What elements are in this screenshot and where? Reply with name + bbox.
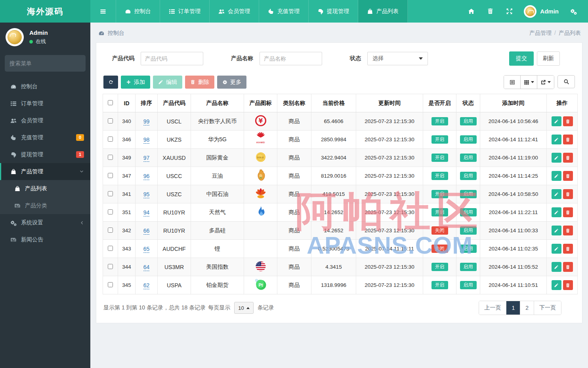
row-checkbox[interactable]	[108, 246, 113, 251]
page-button-下一页[interactable]: 下一页	[534, 301, 561, 315]
edit-button[interactable]: 编辑	[153, 76, 182, 89]
sidebar-toggle-button[interactable]	[90, 0, 116, 23]
row-delete-button[interactable]	[563, 153, 573, 163]
delete-button[interactable]: 删除	[185, 76, 214, 89]
nav-item-控制台[interactable]: 控制台	[116, 0, 160, 23]
more-button[interactable]: 更多	[217, 76, 246, 89]
nav-item-订单管理[interactable]: 订单管理	[160, 0, 210, 23]
row-delete-button[interactable]	[563, 135, 573, 144]
nav-item-产品列表[interactable]: 产品列表	[358, 0, 408, 23]
sidebar-item-会员管理[interactable]: 会员管理	[0, 112, 90, 129]
sort-link[interactable]: 97	[143, 155, 150, 162]
trash-icon[interactable]	[483, 4, 498, 19]
row-delete-button[interactable]	[563, 171, 573, 181]
row-delete-button[interactable]	[563, 189, 573, 199]
select-all-checkbox[interactable]	[108, 100, 113, 105]
row-checkbox[interactable]	[108, 155, 113, 160]
sort-link[interactable]: 62	[143, 282, 150, 289]
sort-link[interactable]: 66	[143, 228, 150, 235]
row-edit-button[interactable]	[552, 135, 561, 144]
sort-link[interactable]: 96	[143, 173, 150, 180]
sort-link[interactable]: 64	[143, 264, 150, 271]
sidebar-item-控制台[interactable]: 控制台	[0, 78, 90, 95]
row-delete-button[interactable]	[563, 207, 573, 217]
status-select[interactable]: 选择	[367, 52, 428, 65]
row-checkbox[interactable]	[108, 137, 113, 142]
navbar-username: Admin	[540, 8, 559, 15]
sort-link[interactable]: 65	[143, 246, 150, 253]
sidebar-subitem-产品分类[interactable]: 产品分类	[0, 197, 90, 214]
sort-link[interactable]: 99	[143, 118, 150, 125]
row-edit-button[interactable]	[552, 153, 561, 163]
cell-price: 2850.9984	[311, 131, 356, 149]
row-delete-button[interactable]	[563, 244, 573, 254]
row-edit-button[interactable]	[552, 189, 561, 199]
page-button-1[interactable]: 1	[506, 301, 520, 315]
sidebar-subitem-产品列表[interactable]: 产品列表	[0, 180, 90, 197]
bag-icon	[10, 169, 17, 175]
row-checkbox[interactable]	[108, 264, 113, 269]
sidebar-item-新闻公告[interactable]: 新闻公告	[0, 231, 90, 248]
row-delete-button[interactable]	[563, 262, 573, 272]
sidebar-item-充值管理[interactable]: 充值管理0	[0, 129, 90, 146]
row-edit-button[interactable]	[552, 207, 561, 217]
open-status-badge: 关闭	[431, 226, 448, 235]
row-edit-button[interactable]	[552, 171, 561, 181]
caret-down-icon	[548, 81, 551, 83]
table-row: 34997XAUUSD国际黄金GOLD商品3422.94042025-07-23…	[103, 149, 578, 167]
product-name-input[interactable]	[260, 52, 322, 65]
sidebar-item-产品管理[interactable]: 产品管理	[0, 163, 90, 180]
submit-button[interactable]: 提交	[509, 51, 534, 66]
nav-item-充值管理[interactable]: 充值管理	[259, 0, 309, 23]
product-list-panel: 产品代码 产品名称 状态 选择 提交 刷新 添加 编辑 删除	[96, 42, 582, 323]
svg-text:¥: ¥	[258, 118, 263, 125]
row-checkbox[interactable]	[108, 173, 113, 178]
column-header-产品名称: 产品名称	[191, 94, 244, 112]
sort-link[interactable]: 94	[143, 209, 150, 216]
refresh-button[interactable]: 刷新	[537, 51, 560, 66]
row-checkbox[interactable]	[108, 228, 113, 233]
column-header-当前价格: 当前价格	[311, 94, 356, 112]
product-code-input[interactable]	[141, 52, 203, 65]
reload-button[interactable]	[103, 76, 118, 89]
sidebar-item-系统设置[interactable]: 系统设置	[0, 214, 90, 231]
sidebar-item-提现管理[interactable]: 提现管理1	[0, 146, 90, 163]
sort-link[interactable]: 95	[143, 191, 150, 198]
page-button-上一页[interactable]: 上一页	[479, 301, 506, 315]
list-view-button[interactable]	[504, 76, 521, 89]
table-search-button[interactable]	[557, 75, 575, 88]
row-checkbox[interactable]	[108, 118, 113, 123]
sidebar-item-订单管理[interactable]: 订单管理	[0, 95, 90, 112]
caret-down-icon	[531, 81, 534, 83]
nav-item-提现管理[interactable]: 提现管理	[309, 0, 358, 23]
row-edit-button[interactable]	[552, 226, 561, 235]
expand-icon[interactable]	[502, 4, 517, 19]
columns-button[interactable]	[521, 76, 537, 89]
cogs-icon[interactable]	[566, 4, 581, 19]
filter-label-code: 产品代码	[112, 55, 134, 62]
row-delete-button[interactable]	[563, 280, 573, 290]
export-button[interactable]	[537, 76, 554, 89]
row-edit-button[interactable]	[552, 116, 561, 126]
breadcrumb-parent[interactable]: 产品管理	[529, 30, 552, 36]
page-button-2[interactable]: 2	[520, 301, 534, 315]
row-edit-button[interactable]	[552, 262, 561, 272]
row-edit-button[interactable]	[552, 280, 561, 290]
sidebar-search-input[interactable]	[10, 60, 81, 66]
row-checkbox[interactable]	[108, 209, 113, 214]
navbar-user-menu[interactable]: Admin	[521, 5, 562, 18]
add-button[interactable]: 添加	[121, 76, 150, 89]
row-checkbox[interactable]	[108, 282, 113, 287]
product-icon-petrochina	[244, 185, 277, 203]
table-row: 34099USCL央行数字人民币¥商品65.46062025-07-23 12:…	[103, 112, 578, 131]
row-checkbox[interactable]	[108, 191, 113, 196]
page-size-select[interactable]: 10	[234, 302, 253, 314]
home-icon[interactable]	[464, 4, 479, 19]
nav-item-会员管理[interactable]: 会员管理	[210, 0, 259, 23]
row-delete-button[interactable]	[563, 226, 573, 235]
columns-icon	[524, 80, 529, 85]
row-edit-button[interactable]	[552, 244, 561, 254]
select-all-header[interactable]	[103, 94, 118, 112]
sort-link[interactable]: 98	[143, 137, 150, 144]
row-delete-button[interactable]	[563, 116, 573, 126]
